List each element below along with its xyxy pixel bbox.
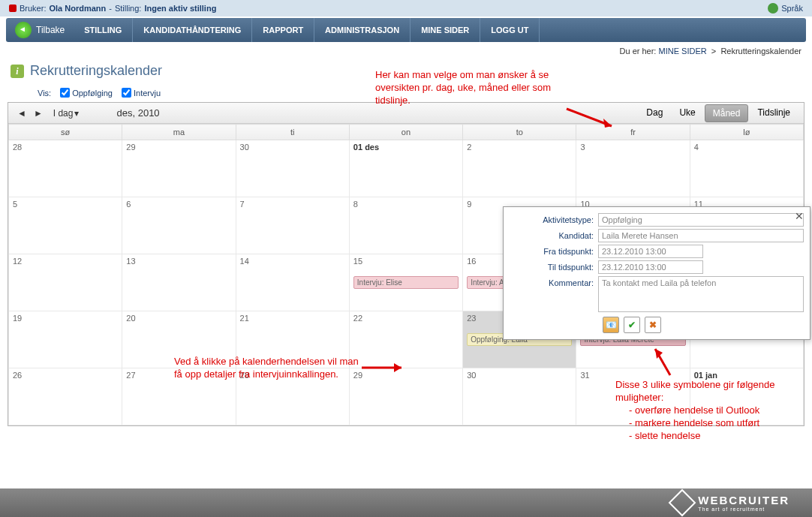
user-info: Bruker: Ola Nordmann - Stilling: Ingen a…	[9, 4, 216, 13]
day-number: 2	[467, 143, 572, 152]
day-number: 28	[13, 143, 118, 152]
fra-input[interactable]	[598, 245, 703, 258]
view-uke[interactable]: Uke	[672, 104, 702, 122]
day-number: 4	[694, 143, 799, 152]
nav-rapport[interactable]: RAPPORT	[252, 18, 314, 42]
nav-mine-sider[interactable]: MINE SIDER	[411, 18, 480, 42]
logo-icon	[669, 489, 696, 517]
calendar-cell[interactable]: 29	[122, 140, 236, 197]
day-number: 19	[13, 314, 118, 323]
annotation-top: Her kan man velge om man ønsker å se ove…	[375, 69, 570, 107]
anno-right-2: markere hendelse som utført	[635, 417, 759, 428]
calendar-cell[interactable]: 4	[690, 140, 803, 197]
footer: WEBCRUITER The art of recruitment	[0, 488, 812, 517]
intervju-checkbox[interactable]	[122, 88, 131, 98]
main-nav: Tilbake STILLING KANDIDATHÅNDTERING RAPP…	[6, 18, 806, 42]
calendar-cell[interactable]: 5	[9, 197, 122, 254]
calendar-cell[interactable]: 14	[236, 254, 349, 311]
day-header: ma	[122, 125, 236, 140]
calendar-cell[interactable]: 13	[122, 254, 236, 311]
day-number: 14	[240, 257, 345, 266]
next-button[interactable]: ►	[31, 107, 46, 120]
annotation-left: Ved å klikke på kalenderhendelsen vil ma…	[174, 356, 362, 381]
calendar-cell[interactable]: 2	[463, 140, 576, 197]
sep: -	[109, 4, 112, 13]
top-header: Bruker: Ola Nordmann - Stilling: Ingen a…	[0, 0, 812, 17]
close-button[interactable]: ✕	[795, 210, 804, 222]
vis-label: Vis:	[38, 89, 51, 98]
position-value: Ingen aktiv stilling	[144, 4, 216, 13]
oppfolging-checkbox[interactable]	[60, 88, 70, 98]
position-label: Stilling:	[115, 4, 141, 13]
calendar-cell[interactable]: 7	[236, 197, 349, 254]
breadcrumb-l2: Rekrutteringskalender	[720, 47, 801, 56]
month-label: des, 2010	[116, 107, 159, 119]
view-tidslinje[interactable]: Tidslinje	[750, 104, 798, 122]
popup-actions: 📧 ✔ ✖	[603, 317, 804, 333]
anno-right-head: Disse 3 ulike symbolene gir følgende mul…	[615, 379, 774, 403]
outlook-icon[interactable]: 📧	[603, 317, 619, 333]
page-title: Rekrutteringskalender	[30, 63, 162, 79]
filter-oppfolging[interactable]: Oppfølging	[60, 88, 113, 98]
breadcrumb-l1[interactable]: MINE SIDER	[659, 47, 707, 56]
delete-icon[interactable]: ✖	[645, 317, 661, 333]
nav-kandidat[interactable]: KANDIDATHÅNDTERING	[133, 18, 252, 42]
calendar-nav: ◄ ► I dag ▾ des, 2010	[14, 107, 160, 120]
calendar-cell[interactable]: 26	[9, 368, 122, 425]
day-header: on	[349, 125, 462, 140]
annotation-right: Disse 3 ulike symbolene gir følgende mul…	[615, 379, 810, 442]
til-label: Til tidspunkt:	[510, 260, 598, 272]
calendar-cell[interactable]: 30	[463, 368, 576, 425]
view-maned[interactable]: Måned	[705, 104, 749, 122]
event-popup: ✕ Aktivitetstype: Kandidat: Fra tidspunk…	[503, 206, 810, 340]
back-label: Tilbake	[36, 25, 65, 35]
kandidat-input[interactable]	[598, 229, 804, 242]
user-label: Bruker:	[20, 4, 46, 13]
anno-right-1: overføre hendelse til Outlook	[635, 404, 759, 416]
language-selector[interactable]: Språk	[768, 3, 803, 14]
day-number: 30	[240, 143, 345, 152]
check-icon[interactable]: ✔	[624, 317, 640, 333]
day-number: 7	[240, 200, 345, 209]
view-dag[interactable]: Dag	[639, 104, 670, 122]
day-number: 6	[126, 200, 231, 209]
til-input[interactable]	[598, 260, 703, 274]
back-arrow-icon	[15, 22, 32, 38]
prev-button[interactable]: ◄	[14, 107, 29, 120]
calendar-cell[interactable]: 6	[122, 197, 236, 254]
kandidat-label: Kandidat:	[510, 229, 598, 240]
calendar-cell[interactable]: 12	[9, 254, 122, 311]
brand-name: WEBCRUITER	[698, 494, 789, 506]
day-header: to	[463, 125, 576, 140]
arrow-icon	[360, 359, 413, 377]
day-number: 29	[126, 143, 231, 152]
type-label: Aktivitetstype:	[510, 213, 598, 224]
calendar-cell[interactable]: 8	[349, 197, 462, 254]
day-header: ti	[236, 125, 349, 140]
calendar-cell[interactable]: 19	[9, 311, 122, 368]
type-input[interactable]	[598, 213, 804, 227]
calendar-cell[interactable]: 15Intervju: Elise	[349, 254, 462, 311]
nav-administrasjon[interactable]: ADMINISTRASJON	[314, 18, 411, 42]
kommentar-label: Kommentar:	[510, 276, 598, 287]
calendar-cell[interactable]: 28	[9, 140, 122, 197]
anno-right-3: slette hendelse	[635, 430, 700, 441]
filter-intervju[interactable]: Intervju	[122, 88, 161, 98]
day-number: 12	[13, 257, 118, 266]
calendar-event[interactable]: Intervju: Elise	[353, 276, 459, 289]
nav-logg-ut[interactable]: LOGG UT	[480, 18, 540, 42]
calendar-cell[interactable]: 3	[576, 140, 690, 197]
calendar-cell[interactable]: 30	[236, 140, 349, 197]
today-button[interactable]: I dag ▾	[49, 107, 84, 120]
breadcrumb: Du er her: MINE SIDER > Rekrutteringskal…	[0, 42, 812, 60]
back-button[interactable]: Tilbake	[6, 18, 74, 42]
day-header: sø	[9, 125, 122, 140]
day-number: 15	[353, 257, 459, 266]
user-name: Ola Nordmann	[49, 4, 106, 13]
svg-marker-3	[394, 363, 401, 372]
calendar-cell[interactable]: 01 des	[349, 140, 462, 197]
nav-stilling[interactable]: STILLING	[74, 18, 133, 42]
kommentar-input[interactable]: Ta kontakt med Laila på telefon	[598, 276, 804, 312]
breadcrumb-prefix: Du er her:	[620, 47, 657, 56]
breadcrumb-sep: >	[711, 47, 716, 56]
